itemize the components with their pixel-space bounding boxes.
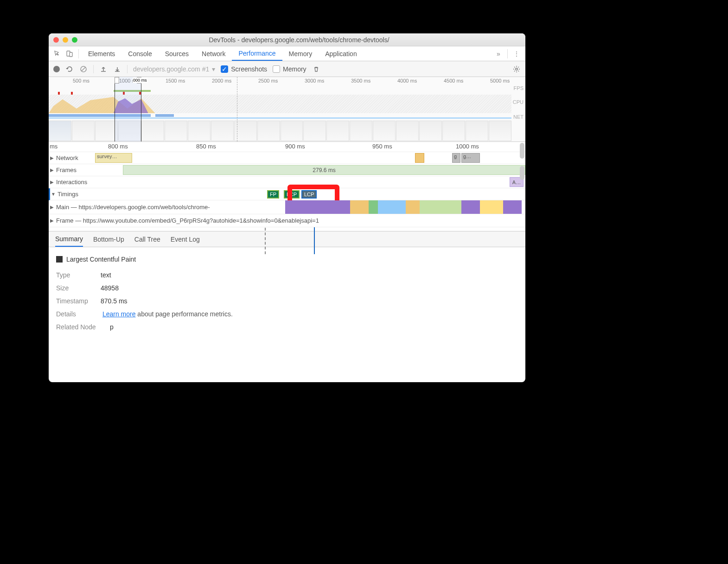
row-interactions[interactable]: ▶ Interactions A… — [49, 176, 525, 188]
minimize-icon[interactable] — [63, 37, 68, 43]
tab-summary[interactable]: Summary — [55, 231, 83, 247]
overview-tick: 3500 ms — [351, 78, 370, 83]
cpu-label: CPU — [513, 99, 524, 105]
ruler-tick: 950 ms — [372, 143, 392, 150]
detail-ruler: ms 800 ms 850 ms 900 ms 950 ms 1000 ms — [49, 142, 525, 152]
network-task[interactable]: g — [452, 153, 460, 163]
tab-console[interactable]: Console — [121, 46, 158, 61]
ruler-tick: ms — [50, 143, 57, 150]
devtools-window: DevTools - developers.google.com/web/too… — [49, 33, 525, 382]
selection-handle-left[interactable] — [115, 77, 119, 83]
tab-bottom-up[interactable]: Bottom-Up — [93, 231, 124, 247]
svg-point-4 — [516, 68, 517, 70]
tab-memory[interactable]: Memory — [282, 46, 319, 61]
summary-key: Related Node — [56, 320, 110, 333]
row-network[interactable]: ▶ Network survey… g g… — [49, 152, 525, 164]
scrollbar-thumb[interactable] — [520, 143, 524, 159]
tab-elements[interactable]: Elements — [82, 46, 121, 61]
scrollbar-thumb[interactable] — [520, 166, 524, 180]
tab-sources[interactable]: Sources — [159, 46, 195, 61]
ruler-tick: 1000 ms — [456, 143, 479, 150]
learn-more-link[interactable]: Learn more — [102, 310, 136, 318]
more-tabs-icon[interactable]: » — [492, 48, 504, 60]
main-flame[interactable] — [285, 200, 525, 214]
overview-tick: 2500 ms — [258, 78, 278, 83]
related-node[interactable]: p — [110, 323, 114, 331]
gear-icon[interactable] — [512, 65, 521, 73]
selection-handle-right[interactable]: 000 ms — [137, 77, 141, 83]
row-label: Frame — https://www.youtube.com/embed/G_… — [55, 217, 319, 224]
row-label: Timings — [57, 191, 78, 198]
record-icon[interactable] — [53, 66, 60, 72]
summary-key: Timestamp — [56, 295, 101, 308]
summary-value: 48958 — [101, 284, 119, 292]
screenshots-label: Screenshots — [231, 65, 267, 73]
timing-lcp[interactable]: LCP — [301, 190, 317, 199]
upload-icon[interactable] — [99, 65, 108, 73]
panel-tabs: Elements Console Sources Network Perform… — [49, 46, 525, 61]
traffic-lights — [53, 37, 77, 43]
row-label: Interactions — [55, 179, 87, 186]
frame-duration[interactable]: 279.6 ms — [123, 165, 525, 175]
row-main[interactable]: ▶ Main — https://developers.google.com/w… — [49, 200, 525, 214]
expand-icon[interactable]: ▶ — [49, 167, 55, 173]
expand-icon[interactable]: ▶ — [49, 155, 55, 160]
kebab-icon[interactable]: ⋮ — [511, 48, 523, 60]
screenshots-toggle[interactable]: ✓ Screenshots — [221, 65, 267, 73]
overview-timeline[interactable]: 500 ms 1000 ms 1500 ms 2000 ms 2500 ms 3… — [49, 77, 525, 142]
overview-tick: 4000 ms — [397, 78, 417, 83]
svg-rect-1 — [70, 52, 72, 57]
timing-fcp[interactable]: FCP — [284, 190, 300, 199]
tab-performance[interactable]: Performance — [232, 46, 282, 61]
inspect-icon[interactable] — [51, 48, 64, 60]
ruler-tick: 850 ms — [196, 143, 216, 150]
net-label: NET — [513, 114, 524, 120]
device-icon[interactable] — [64, 48, 76, 60]
row-frame-iframe[interactable]: ▶ Frame — https://www.youtube.com/embed/… — [49, 214, 525, 227]
overview-selection[interactable]: 000 ms — [115, 77, 141, 141]
timing-fp[interactable]: FP — [267, 190, 279, 199]
row-label: Main — https://developers.google.com/web… — [55, 204, 210, 211]
details-tabs: Summary Bottom-Up Call Tree Event Log — [49, 231, 525, 247]
collapse-icon[interactable]: ▼ — [50, 192, 57, 197]
memory-toggle[interactable]: Memory — [273, 65, 307, 73]
network-task[interactable] — [415, 153, 424, 163]
close-icon[interactable] — [53, 37, 59, 43]
tab-call-tree[interactable]: Call Tree — [134, 231, 160, 247]
chevron-down-icon: ▾ — [212, 65, 215, 73]
fps-label: FPS — [514, 85, 524, 91]
clear-icon[interactable] — [79, 65, 88, 73]
summary-key: Type — [56, 269, 101, 282]
recording-dropdown-label: developers.google.com #1 — [133, 65, 209, 73]
network-task[interactable]: survey… — [95, 153, 132, 163]
summary-panel: Largest Contentful Paint Typetext Size48… — [49, 247, 525, 339]
svg-line-3 — [82, 67, 85, 71]
download-icon[interactable] — [113, 65, 121, 73]
reload-icon[interactable] — [65, 65, 74, 73]
overview-tick: 2000 ms — [212, 78, 231, 83]
tab-network[interactable]: Network — [195, 46, 232, 61]
titlebar: DevTools - developers.google.com/web/too… — [49, 33, 525, 46]
row-label: Frames — [55, 167, 77, 173]
summary-text: about page performance metrics. — [135, 310, 232, 318]
expand-icon[interactable]: ▶ — [49, 205, 55, 210]
checkbox-icon — [273, 65, 280, 73]
checkbox-checked-icon: ✓ — [221, 65, 228, 73]
overview-tick: 4500 ms — [444, 78, 463, 83]
perf-toolbar: developers.google.com #1 ▾ ✓ Screenshots… — [49, 61, 525, 77]
overview-tick: 3000 ms — [305, 78, 324, 83]
tab-application[interactable]: Application — [319, 46, 364, 61]
row-frames[interactable]: ▶ Frames 279.6 ms — [49, 164, 525, 176]
overview-tick: 1500 ms — [166, 78, 185, 83]
summary-title: Largest Contentful Paint — [66, 253, 136, 266]
trash-icon[interactable] — [312, 65, 320, 73]
recording-dropdown[interactable]: developers.google.com #1 ▾ — [133, 65, 215, 73]
row-timings[interactable]: ▼ Timings FP FCP LCP — [49, 188, 525, 200]
maximize-icon[interactable] — [72, 37, 77, 43]
overview-tick: 500 ms — [73, 78, 89, 83]
expand-icon[interactable]: ▶ — [49, 218, 55, 223]
expand-icon[interactable]: ▶ — [49, 179, 55, 185]
flamechart[interactable]: ms 800 ms 850 ms 900 ms 950 ms 1000 ms ▶… — [49, 142, 525, 231]
tab-event-log[interactable]: Event Log — [171, 231, 200, 247]
network-task[interactable]: g… — [461, 153, 480, 163]
